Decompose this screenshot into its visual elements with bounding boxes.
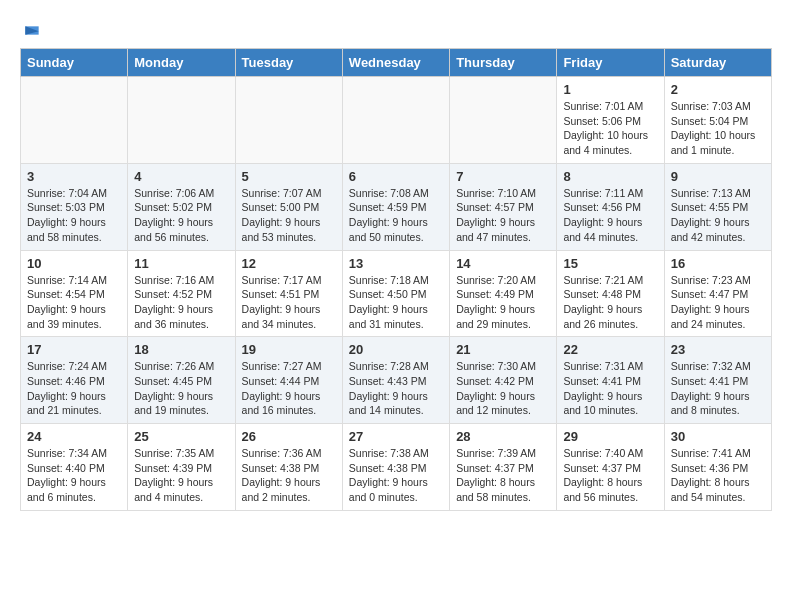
day-info: Sunrise: 7:23 AM Sunset: 4:47 PM Dayligh… [671,273,765,332]
calendar-cell: 12Sunrise: 7:17 AM Sunset: 4:51 PM Dayli… [235,250,342,337]
calendar-week-row: 10Sunrise: 7:14 AM Sunset: 4:54 PM Dayli… [21,250,772,337]
day-number: 23 [671,342,765,357]
day-info: Sunrise: 7:04 AM Sunset: 5:03 PM Dayligh… [27,186,121,245]
calendar-cell: 29Sunrise: 7:40 AM Sunset: 4:37 PM Dayli… [557,424,664,511]
day-info: Sunrise: 7:28 AM Sunset: 4:43 PM Dayligh… [349,359,443,418]
day-number: 2 [671,82,765,97]
day-number: 27 [349,429,443,444]
calendar-cell: 6Sunrise: 7:08 AM Sunset: 4:59 PM Daylig… [342,163,449,250]
calendar-cell: 21Sunrise: 7:30 AM Sunset: 4:42 PM Dayli… [450,337,557,424]
day-number: 5 [242,169,336,184]
calendar-week-row: 17Sunrise: 7:24 AM Sunset: 4:46 PM Dayli… [21,337,772,424]
calendar-week-row: 3Sunrise: 7:04 AM Sunset: 5:03 PM Daylig… [21,163,772,250]
calendar-cell [21,77,128,164]
calendar-cell: 27Sunrise: 7:38 AM Sunset: 4:38 PM Dayli… [342,424,449,511]
day-info: Sunrise: 7:08 AM Sunset: 4:59 PM Dayligh… [349,186,443,245]
calendar-header-row: SundayMondayTuesdayWednesdayThursdayFrid… [21,49,772,77]
calendar-cell [128,77,235,164]
calendar-cell: 8Sunrise: 7:11 AM Sunset: 4:56 PM Daylig… [557,163,664,250]
calendar-week-row: 24Sunrise: 7:34 AM Sunset: 4:40 PM Dayli… [21,424,772,511]
day-info: Sunrise: 7:35 AM Sunset: 4:39 PM Dayligh… [134,446,228,505]
calendar-cell: 24Sunrise: 7:34 AM Sunset: 4:40 PM Dayli… [21,424,128,511]
calendar-cell: 17Sunrise: 7:24 AM Sunset: 4:46 PM Dayli… [21,337,128,424]
calendar-cell [235,77,342,164]
calendar-cell: 14Sunrise: 7:20 AM Sunset: 4:49 PM Dayli… [450,250,557,337]
weekday-header-thursday: Thursday [450,49,557,77]
weekday-header-sunday: Sunday [21,49,128,77]
calendar-cell: 30Sunrise: 7:41 AM Sunset: 4:36 PM Dayli… [664,424,771,511]
day-info: Sunrise: 7:13 AM Sunset: 4:55 PM Dayligh… [671,186,765,245]
calendar-cell: 2Sunrise: 7:03 AM Sunset: 5:04 PM Daylig… [664,77,771,164]
day-number: 17 [27,342,121,357]
day-info: Sunrise: 7:11 AM Sunset: 4:56 PM Dayligh… [563,186,657,245]
calendar-cell: 15Sunrise: 7:21 AM Sunset: 4:48 PM Dayli… [557,250,664,337]
day-number: 24 [27,429,121,444]
calendar-cell: 19Sunrise: 7:27 AM Sunset: 4:44 PM Dayli… [235,337,342,424]
day-info: Sunrise: 7:34 AM Sunset: 4:40 PM Dayligh… [27,446,121,505]
day-number: 16 [671,256,765,271]
day-info: Sunrise: 7:20 AM Sunset: 4:49 PM Dayligh… [456,273,550,332]
day-number: 7 [456,169,550,184]
logo-flag-icon [22,23,42,43]
calendar-cell [342,77,449,164]
day-info: Sunrise: 7:03 AM Sunset: 5:04 PM Dayligh… [671,99,765,158]
day-number: 1 [563,82,657,97]
day-number: 8 [563,169,657,184]
weekday-header-saturday: Saturday [664,49,771,77]
day-number: 22 [563,342,657,357]
weekday-header-tuesday: Tuesday [235,49,342,77]
day-number: 11 [134,256,228,271]
day-number: 30 [671,429,765,444]
day-number: 4 [134,169,228,184]
day-info: Sunrise: 7:16 AM Sunset: 4:52 PM Dayligh… [134,273,228,332]
calendar-cell: 28Sunrise: 7:39 AM Sunset: 4:37 PM Dayli… [450,424,557,511]
day-info: Sunrise: 7:27 AM Sunset: 4:44 PM Dayligh… [242,359,336,418]
calendar-cell: 16Sunrise: 7:23 AM Sunset: 4:47 PM Dayli… [664,250,771,337]
day-info: Sunrise: 7:06 AM Sunset: 5:02 PM Dayligh… [134,186,228,245]
calendar-cell: 23Sunrise: 7:32 AM Sunset: 4:41 PM Dayli… [664,337,771,424]
day-number: 6 [349,169,443,184]
calendar-cell: 1Sunrise: 7:01 AM Sunset: 5:06 PM Daylig… [557,77,664,164]
weekday-header-monday: Monday [128,49,235,77]
day-info: Sunrise: 7:07 AM Sunset: 5:00 PM Dayligh… [242,186,336,245]
calendar-cell [450,77,557,164]
day-info: Sunrise: 7:17 AM Sunset: 4:51 PM Dayligh… [242,273,336,332]
calendar-cell: 25Sunrise: 7:35 AM Sunset: 4:39 PM Dayli… [128,424,235,511]
day-info: Sunrise: 7:21 AM Sunset: 4:48 PM Dayligh… [563,273,657,332]
calendar-cell: 5Sunrise: 7:07 AM Sunset: 5:00 PM Daylig… [235,163,342,250]
day-number: 19 [242,342,336,357]
page-header [20,20,772,38]
day-number: 9 [671,169,765,184]
day-info: Sunrise: 7:40 AM Sunset: 4:37 PM Dayligh… [563,446,657,505]
day-info: Sunrise: 7:24 AM Sunset: 4:46 PM Dayligh… [27,359,121,418]
calendar-table: SundayMondayTuesdayWednesdayThursdayFrid… [20,48,772,511]
calendar-cell: 10Sunrise: 7:14 AM Sunset: 4:54 PM Dayli… [21,250,128,337]
calendar-cell: 11Sunrise: 7:16 AM Sunset: 4:52 PM Dayli… [128,250,235,337]
day-info: Sunrise: 7:31 AM Sunset: 4:41 PM Dayligh… [563,359,657,418]
day-info: Sunrise: 7:36 AM Sunset: 4:38 PM Dayligh… [242,446,336,505]
day-info: Sunrise: 7:18 AM Sunset: 4:50 PM Dayligh… [349,273,443,332]
calendar-cell: 26Sunrise: 7:36 AM Sunset: 4:38 PM Dayli… [235,424,342,511]
day-number: 20 [349,342,443,357]
day-info: Sunrise: 7:32 AM Sunset: 4:41 PM Dayligh… [671,359,765,418]
day-number: 14 [456,256,550,271]
day-info: Sunrise: 7:41 AM Sunset: 4:36 PM Dayligh… [671,446,765,505]
day-number: 13 [349,256,443,271]
calendar-cell: 9Sunrise: 7:13 AM Sunset: 4:55 PM Daylig… [664,163,771,250]
calendar-cell: 18Sunrise: 7:26 AM Sunset: 4:45 PM Dayli… [128,337,235,424]
day-info: Sunrise: 7:39 AM Sunset: 4:37 PM Dayligh… [456,446,550,505]
day-number: 28 [456,429,550,444]
weekday-header-friday: Friday [557,49,664,77]
day-info: Sunrise: 7:10 AM Sunset: 4:57 PM Dayligh… [456,186,550,245]
calendar-cell: 13Sunrise: 7:18 AM Sunset: 4:50 PM Dayli… [342,250,449,337]
calendar-cell: 20Sunrise: 7:28 AM Sunset: 4:43 PM Dayli… [342,337,449,424]
day-number: 10 [27,256,121,271]
day-number: 26 [242,429,336,444]
day-number: 18 [134,342,228,357]
calendar-cell: 4Sunrise: 7:06 AM Sunset: 5:02 PM Daylig… [128,163,235,250]
calendar-cell: 3Sunrise: 7:04 AM Sunset: 5:03 PM Daylig… [21,163,128,250]
day-number: 25 [134,429,228,444]
day-number: 15 [563,256,657,271]
day-number: 29 [563,429,657,444]
day-number: 3 [27,169,121,184]
